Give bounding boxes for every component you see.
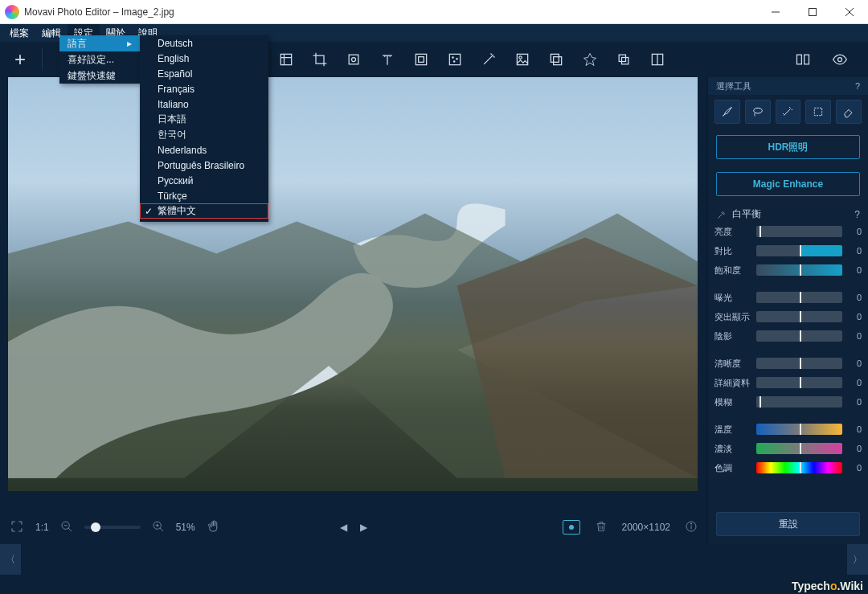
landscape-illustration [8,77,698,478]
language-option[interactable]: 한국어 [140,127,268,142]
slider-track[interactable] [756,424,842,435]
svg-rect-17 [619,55,625,61]
pan-hand-icon[interactable] [207,519,221,536]
image-canvas[interactable] [8,77,698,491]
tool-crop-icon[interactable] [305,44,335,75]
zoom-slider[interactable] [84,526,141,529]
svg-rect-4 [280,54,291,64]
slider-track[interactable] [756,245,842,256]
language-option[interactable]: Deutsch [140,35,268,51]
menu-item-language[interactable]: 語言▸ [59,35,140,51]
tool-text-icon[interactable] [372,44,403,75]
svg-rect-18 [622,58,628,64]
add-button[interactable]: + [5,44,35,75]
tool-magic-icon[interactable] [473,44,504,75]
tool-resize-icon[interactable] [271,44,301,75]
zoom-in-icon[interactable] [152,520,165,535]
preview-eye-icon[interactable] [825,44,855,75]
svg-rect-35 [815,108,822,115]
slider-row[interactable]: 濃淡0 [714,440,862,457]
reset-button[interactable]: 重設 [716,512,860,536]
slider-row[interactable]: 詳細資料0 [714,374,862,391]
slider-label: 色調 [714,462,751,474]
slider-row[interactable]: 色調0 [714,459,862,477]
info-icon[interactable] [685,520,698,535]
language-option[interactable]: Français [140,81,268,96]
language-option[interactable]: Italiano [140,96,268,112]
slider-row[interactable]: 突出顯示0 [714,308,862,326]
slider-track[interactable] [756,462,842,473]
slider-track[interactable] [756,377,842,388]
slider-row[interactable]: 飽和度0 [714,261,862,279]
hdr-button[interactable]: HDR照明 [716,135,860,159]
magic-enhance-button[interactable]: Magic Enhance [716,172,860,196]
menu-file[interactable]: 檔案 [3,24,35,42]
slider-track[interactable] [756,264,842,276]
help-icon[interactable]: ? [855,81,860,91]
window-title: Movavi Photo Editor – Image_2.jpg [24,6,174,18]
language-option[interactable]: Русский [140,173,268,188]
minimize-button[interactable] [757,0,794,24]
language-option[interactable]: English [140,51,268,66]
slider-row[interactable]: 模糊0 [714,393,862,411]
language-option[interactable]: Türkçe [140,188,268,203]
svg-point-23 [838,58,842,62]
zoom-1to1[interactable]: 1:1 [35,522,49,533]
language-option[interactable]: Nederlands [140,142,268,158]
slider-row[interactable]: 溫度0 [714,420,862,438]
next-image-icon[interactable]: ▶ [360,522,367,533]
svg-point-12 [454,61,455,62]
tool-split-icon[interactable] [642,44,673,75]
tool-pin-icon[interactable] [575,44,605,75]
language-option[interactable]: Español [140,66,268,81]
pager-prev[interactable]: 〈 [0,544,21,575]
fit-screen-icon[interactable] [10,519,24,536]
help-icon[interactable]: ? [854,209,860,220]
zoom-bar: 1:1 51% ◀ ▶ 2000×1102 [0,510,707,544]
language-option[interactable]: Português Brasileiro [140,158,268,173]
slider-row[interactable]: 曝光0 [714,289,862,306]
slider-row[interactable]: 陰影0 [714,327,862,345]
title-bar: Movavi Photo Editor – Image_2.jpg [0,0,868,24]
tool-eraser[interactable] [836,100,862,124]
slider-label: 詳細資料 [714,377,751,389]
close-button[interactable] [831,0,868,24]
tool-wand[interactable] [776,100,801,124]
compare-icon[interactable] [788,44,818,75]
prev-image-icon[interactable]: ◀ [340,522,347,533]
tool-frame-icon[interactable] [406,44,436,75]
menu-item-preferences[interactable]: 喜好設定... [59,51,140,68]
menu-item-shortcuts[interactable]: 鍵盤快速鍵 [59,68,140,84]
tool-marquee[interactable] [805,100,831,124]
tool-brush[interactable] [714,100,740,124]
slider-row[interactable]: 清晰度0 [714,354,862,372]
slider-row[interactable]: 亮度0 [714,223,862,240]
slider-label: 溫度 [714,424,751,436]
tool-copy-icon[interactable] [541,44,571,75]
slider-track[interactable] [756,396,842,408]
slider-track[interactable] [756,292,842,303]
slider-row[interactable]: 對比0 [714,242,862,260]
tool-rotate-icon[interactable] [338,44,369,75]
tool-noise-icon[interactable] [440,44,470,75]
pager-next[interactable]: 〉 [847,544,868,575]
slider-track[interactable] [756,226,842,237]
tool-layers-icon[interactable] [608,44,639,75]
slider-value: 0 [847,227,862,236]
slider-track[interactable] [756,443,842,454]
slider-track[interactable] [756,358,842,369]
tool-lasso[interactable] [745,100,771,124]
language-option[interactable]: 日本語 [140,112,268,127]
slider-value: 0 [847,246,862,256]
thumbnail-view-icon[interactable] [563,520,580,535]
maximize-button[interactable] [794,0,831,24]
svg-point-11 [457,59,457,59]
zoom-out-icon[interactable] [60,520,73,535]
slider-track[interactable] [756,311,842,322]
slider-track[interactable] [756,330,842,342]
svg-point-14 [519,56,522,59]
tool-image-icon[interactable] [507,44,538,75]
delete-icon[interactable] [595,519,608,536]
svg-rect-15 [551,54,559,62]
language-option[interactable]: ✓繁體中文 [140,203,268,219]
